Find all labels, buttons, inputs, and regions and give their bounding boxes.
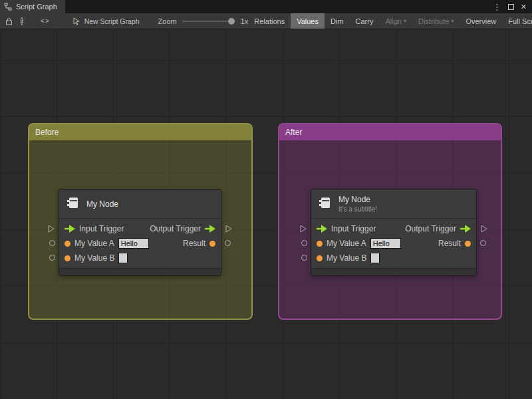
node-my-node-before[interactable]: My Node Input Trigger Output Trigger My …: [59, 189, 221, 276]
value-a-input[interactable]: [370, 238, 401, 249]
zoom-control: Zoom 1x: [158, 17, 249, 25]
node-my-node-after[interactable]: My Node It's a subtitle! Input Trigger O…: [311, 189, 477, 276]
value-port-icon: [317, 255, 323, 261]
port-output-trigger[interactable]: Output Trigger: [150, 224, 215, 233]
close-icon[interactable]: ✕: [521, 3, 527, 11]
overview-button[interactable]: Overview: [460, 13, 502, 29]
tab-script-graph[interactable]: Script Graph: [0, 0, 65, 13]
info-icon[interactable]: i: [21, 17, 23, 25]
value-b-input[interactable]: [118, 253, 128, 263]
window-controls: ⋮ ✕: [493, 0, 532, 13]
zoom-label: Zoom: [158, 17, 177, 25]
unit-icon: [66, 196, 80, 213]
tab-bar: Script Graph ⋮ ✕: [0, 0, 532, 13]
value-a-input[interactable]: [118, 238, 149, 249]
port-my-value-a[interactable]: My Value A: [317, 238, 401, 249]
value-connector-left-icon[interactable]: [301, 240, 307, 246]
unit-icon: [318, 196, 332, 213]
trigger-connector-left-icon[interactable]: [48, 225, 55, 233]
value-port-icon: [65, 241, 70, 247]
value-connector-left-icon[interactable]: [49, 255, 55, 261]
pointer-icon: [72, 17, 80, 25]
port-input-trigger[interactable]: Input Trigger: [65, 224, 124, 233]
value-connector-right-icon[interactable]: [480, 240, 486, 246]
port-result[interactable]: Result: [183, 239, 215, 248]
node-footer: [59, 268, 221, 275]
align-button[interactable]: Align ▾: [379, 13, 412, 29]
chevron-down-icon: ▾: [451, 19, 454, 24]
port-input-trigger[interactable]: Input Trigger: [317, 224, 376, 233]
menu-icon[interactable]: ⋮: [493, 3, 501, 11]
node-header[interactable]: My Node It's a subtitle!: [311, 190, 476, 219]
relations-button[interactable]: Relations: [248, 13, 291, 29]
port-my-value-a[interactable]: My Value A: [65, 238, 149, 249]
value-b-input[interactable]: [370, 253, 380, 263]
code-icon[interactable]: <>: [41, 17, 50, 25]
trigger-arrow-icon: [205, 225, 215, 233]
trigger-arrow-icon: [317, 225, 327, 233]
lock-icon[interactable]: [5, 17, 13, 25]
group-after-header[interactable]: After: [279, 124, 501, 140]
node-ports: Input Trigger Output Trigger My Value A …: [59, 219, 221, 268]
chevron-down-icon: ▾: [404, 19, 406, 24]
node-footer: [311, 268, 476, 275]
zoom-slider[interactable]: [182, 21, 235, 22]
maximize-icon[interactable]: [508, 4, 514, 10]
trigger-connector-right-icon[interactable]: [481, 225, 487, 233]
zoom-slider-knob[interactable]: [228, 18, 235, 25]
value-connector-left-icon[interactable]: [49, 240, 55, 246]
graph-name-label: New Script Graph: [84, 17, 140, 25]
toolbar-buttons: Relations Values Dim Carry Align ▾ Distr…: [248, 13, 532, 29]
group-after-title: After: [285, 128, 302, 137]
port-result[interactable]: Result: [438, 239, 471, 248]
trigger-connector-left-icon[interactable]: [300, 225, 307, 233]
node-title: My Node: [338, 195, 377, 204]
carry-button[interactable]: Carry: [350, 13, 380, 29]
zoom-value: 1x: [241, 17, 249, 25]
trigger-arrow-icon: [460, 225, 471, 233]
port-output-trigger[interactable]: Output Trigger: [405, 224, 471, 233]
fullscreen-button[interactable]: Full Scr: [502, 13, 532, 29]
graph-toolbar: i <> New Script Graph Zoom 1x Relations …: [0, 13, 532, 29]
group-before-title: Before: [35, 128, 59, 137]
trigger-connector-right-icon[interactable]: [225, 225, 232, 233]
dim-button[interactable]: Dim: [325, 13, 350, 29]
node-subtitle: It's a subtitle!: [338, 205, 377, 213]
graph-name: New Script Graph: [72, 17, 140, 25]
port-my-value-b[interactable]: My Value B: [65, 253, 128, 263]
node-title: My Node: [86, 200, 118, 209]
value-port-icon: [465, 241, 471, 247]
value-port-icon: [209, 241, 215, 247]
value-connector-left-icon[interactable]: [301, 255, 307, 261]
trigger-arrow-icon: [65, 225, 75, 233]
port-my-value-b[interactable]: My Value B: [317, 253, 380, 263]
group-before-header[interactable]: Before: [29, 124, 251, 140]
distribute-button[interactable]: Distribute ▾: [412, 13, 460, 29]
values-button[interactable]: Values: [291, 13, 325, 29]
script-graph-icon: [4, 3, 12, 11]
value-connector-right-icon[interactable]: [225, 240, 231, 246]
value-port-icon: [65, 255, 70, 261]
node-ports: Input Trigger Output Trigger My Value A …: [311, 219, 476, 268]
graph-canvas[interactable]: Before After My Node Input Trigger: [0, 29, 532, 399]
value-port-icon: [317, 241, 323, 247]
tab-title: Script Graph: [16, 3, 57, 11]
node-header[interactable]: My Node: [59, 190, 221, 219]
